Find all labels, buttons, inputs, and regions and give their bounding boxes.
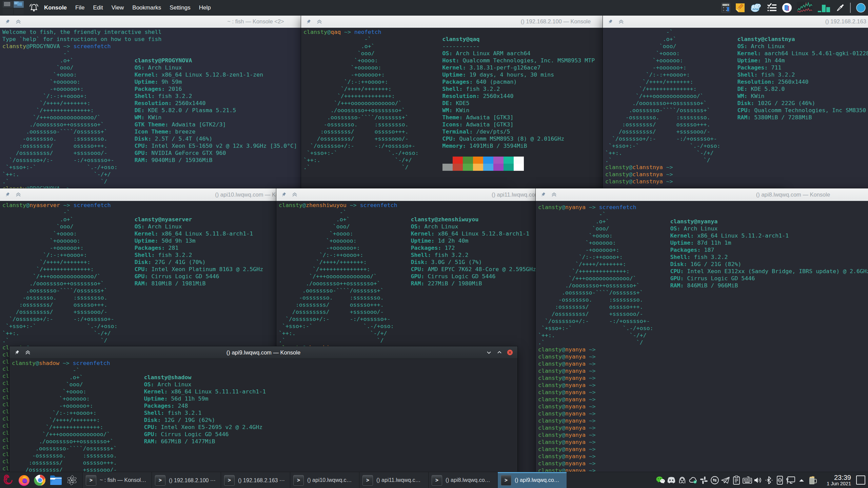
task-button-4[interactable]: >() api10.lwqwq.c… [290,472,359,488]
volume-icon[interactable] [753,472,764,488]
clock-date: 1 Jun 2021 [827,481,851,486]
kdeconnect-icon[interactable] [774,472,785,488]
konsole-icon: > [293,475,304,486]
task-label: () 192.168.2.163 ⋯ [238,477,285,484]
pager-desktop-1[interactable] [3,1,13,8]
task-button-2[interactable]: >() 192.168.2.100 ⋯ [152,472,221,488]
task-button-5[interactable]: >() api11.lwqwq.c… [359,472,428,488]
taskbar-launchers [0,472,80,488]
cloud-icon[interactable] [688,472,698,488]
menu-item-konsole[interactable]: Konsole [44,4,67,11]
menu-item-file[interactable]: File [75,4,84,11]
task-label: ~ : fish — Konsol… [100,477,146,483]
bars-icon[interactable] [817,2,831,14]
system-tray [655,472,818,488]
taskbar: >~ : fish — Konsol…>() 192.168.2.100 ⋯>(… [0,472,868,488]
global-menubar: KonsoleFileEditViewBookmarksSettingsHelp [44,0,211,16]
digital-clock[interactable]: 23:39 1 Jun 2021 [827,472,851,488]
task-button-3[interactable]: >() 192.168.2.163 ⋯ [221,472,290,488]
peek-desktop-button[interactable] [856,475,865,485]
colorpicker-icon[interactable] [835,3,845,13]
clipboard-icon[interactable] [731,472,742,488]
menu-item-view[interactable]: View [112,4,124,11]
task-label: () api9.lwqwq.co… [515,477,559,483]
taskbar-tasks: >~ : fish — Konsol…>() 192.168.2.100 ⋯>(… [82,472,567,488]
note-icon[interactable] [735,3,745,13]
task-label: () api11.lwqwq.c… [376,477,420,483]
konsole-icon: > [501,475,511,486]
books-icon[interactable] [782,3,792,13]
task-label: () 192.168.2.100 ⋯ [169,477,216,484]
konsole-icon: > [155,475,165,486]
terminal[interactable]: clansty@shadow ~> screenfetch -` .o+` cl… [9,359,517,488]
slack-icon[interactable] [698,472,709,488]
atom-icon[interactable] [64,472,80,488]
task-button-1[interactable]: >~ : fish — Konsol… [82,472,152,488]
minimize-icon[interactable] [486,349,492,355]
menu-item-bookmarks[interactable]: Bookmarks [132,4,161,11]
titlebar[interactable]: () api9.lwqwq.com — Konsole [9,346,517,359]
caret-up-icon[interactable] [796,472,807,488]
task-button-6[interactable]: >() api8.lwqwq.co… [428,472,497,488]
keyboard-icon[interactable] [742,472,753,488]
close-icon[interactable] [507,349,513,355]
window-title: () api8.lwqwq.com — Konsole [536,188,868,201]
titlebar[interactable]: () api8.lwqwq.com — Konsole [536,188,868,201]
panel-widgets: 0+ −÷ ×Aria2 [721,0,866,16]
terminal[interactable]: clansty@nyanya ~> screenfetch -` .o+` cl… [536,201,868,488]
konsole-window-api9: () api9.lwqwq.com — Konsole clansty@shad… [9,346,517,488]
chrome-icon[interactable] [32,472,48,488]
folder-icon[interactable] [48,472,64,488]
task-label: () api8.lwqwq.co… [446,477,490,483]
proxy-icon[interactable] [677,472,688,488]
konsole-icon: > [86,475,96,486]
konsole-window-api8: () api8.lwqwq.com — Konsole clansty@nyan… [536,188,868,488]
notifications-bell-icon[interactable] [29,3,39,13]
clock-time: 23:39 [834,474,851,481]
top-panel: KonsoleFileEditViewBookmarksSettingsHelp… [0,0,868,16]
aria2-icon[interactable]: Aria2 [750,3,762,13]
checklist-icon[interactable] [766,3,777,13]
calculator-icon[interactable]: 0+ −÷ × [721,3,730,13]
task-button-7[interactable]: >() api9.lwqwq.co… [497,472,567,488]
bluetooth-icon[interactable] [764,472,774,488]
menu-item-help[interactable]: Help [199,4,211,11]
titlebar[interactable]: () 192.168.2.163 — Konsole [603,16,868,28]
blue-circle-icon[interactable] [856,3,866,13]
pager-desktop-3[interactable] [3,8,13,15]
konsole-icon: > [432,475,442,486]
task-label: () api10.lwqwq.c… [307,477,352,483]
svg-text:+ −: + − [723,6,727,9]
svg-text:2: 2 [758,4,760,7]
discord-icon[interactable] [666,472,677,488]
display-icon[interactable] [785,472,796,488]
svg-text:÷ ×: ÷ × [723,9,727,12]
pager-desktop-4[interactable] [14,8,24,15]
beer-icon[interactable] [807,472,818,488]
svg-text:0: 0 [727,4,728,6]
stockchart-icon[interactable] [797,2,812,14]
telegram-icon[interactable] [720,472,731,488]
window-title: () 192.168.2.163 — Konsole [603,16,868,27]
separator [850,3,851,13]
svg-text:Aria: Aria [752,7,759,11]
launcher-swirl-icon[interactable] [0,472,16,488]
maximize-icon[interactable] [496,349,502,355]
desktop: KonsoleFileEditViewBookmarksSettingsHelp… [0,0,868,488]
virtual-desktop-pager[interactable] [3,1,24,15]
menu-item-edit[interactable]: Edit [93,4,103,11]
window-title: () api9.lwqwq.com — Konsole [9,346,517,359]
konsole-icon: > [362,475,373,486]
wechat-icon[interactable] [655,472,666,488]
firefox-icon[interactable] [16,472,32,488]
pager-desktop-2[interactable] [14,1,24,8]
sync-icon[interactable] [709,472,720,488]
menu-item-settings[interactable]: Settings [170,4,190,11]
konsole-icon: > [224,475,235,486]
